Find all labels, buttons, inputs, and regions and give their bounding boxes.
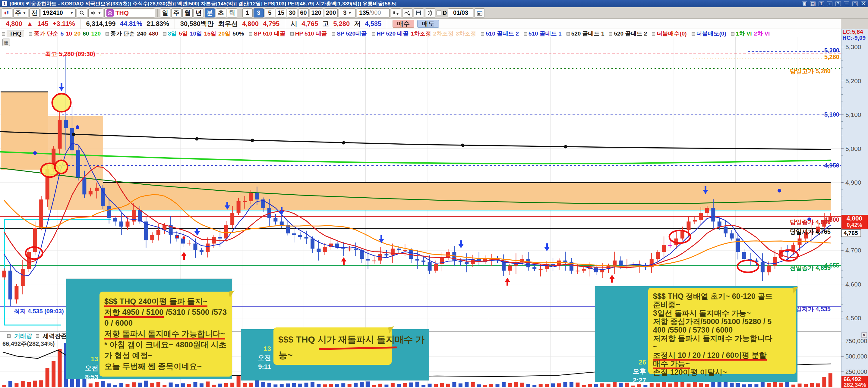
legend-checkbox[interactable] — [2, 32, 5, 36]
legend-item[interactable]: THQ — [2, 30, 25, 37]
candle — [181, 238, 185, 244]
legend-item[interactable]: SP 510 데골 — [249, 30, 286, 38]
legend-item[interactable]: 520 골데드 1 — [566, 30, 605, 38]
legend-label: 1차 VI — [736, 30, 752, 38]
legend-checkbox[interactable] — [372, 32, 375, 36]
interval-button[interactable]: 120 — [310, 8, 323, 18]
hc-label: HC:-9,09 — [842, 35, 866, 41]
interval-combo[interactable]: 3▼ — [339, 8, 356, 18]
legend-checkbox[interactable] — [481, 32, 484, 36]
legend-checkbox[interactable] — [290, 32, 293, 36]
period-button[interactable]: 일 — [160, 8, 170, 18]
volume-checkbox[interactable] — [7, 334, 10, 338]
date-input[interactable]: 01/03 — [448, 8, 473, 18]
volume-bar — [199, 384, 204, 387]
buy-button[interactable]: 매수 — [393, 20, 414, 28]
calendar-icon[interactable] — [474, 8, 485, 18]
sound-icon[interactable]: ▼ — [88, 8, 103, 18]
window-control-icon[interactable]: T — [818, 1, 824, 6]
window-control-icon[interactable]: ✕ — [861, 1, 866, 6]
legend-checkbox[interactable] — [163, 32, 166, 36]
legend-item[interactable]: HP 510 데골 — [290, 30, 328, 38]
window-control-icon[interactable]: □ — [852, 1, 858, 6]
chart-type-icon[interactable] — [2, 8, 12, 18]
period-button[interactable]: 주 — [171, 8, 182, 18]
interval-button[interactable]: 1 — [242, 8, 253, 18]
volume-ratio: 44.81% — [120, 20, 142, 28]
stock-name-field[interactable]: 증 THQ — [104, 8, 155, 18]
gear-icon[interactable] — [425, 8, 435, 18]
save-icon[interactable] — [414, 8, 424, 18]
bar-count-field[interactable]: 135/900 — [357, 8, 390, 18]
window-control-icon[interactable]: ▤ — [810, 1, 815, 6]
sticky-note[interactable]: 13오전 8:53$$$ THQ 240이평 돌파 돌지~저항 4950 / 5… — [66, 279, 232, 379]
period-button[interactable]: 월 — [182, 8, 193, 18]
legend-checkbox[interactable] — [609, 32, 612, 36]
legend-item[interactable]: 종가 단순240480 — [105, 30, 159, 38]
volume-bar — [569, 382, 574, 387]
volume-bar — [230, 383, 234, 387]
legend-item[interactable]: SP 520데골 — [332, 30, 368, 38]
legend-item[interactable]: 510 골데드 1 — [524, 30, 562, 38]
legend-checkbox[interactable] — [249, 32, 252, 36]
legend-checkbox[interactable] — [566, 32, 570, 36]
interval-button[interactable]: 60 — [298, 8, 308, 18]
interval-button[interactable]: 3 — [253, 8, 264, 18]
interval-button[interactable]: 5 — [265, 8, 275, 18]
candle — [613, 261, 617, 266]
period-button[interactable]: 틱 — [227, 8, 237, 18]
candle — [199, 250, 204, 252]
legend-item[interactable]: HP 520 데골1차조정2차조정3차조정 — [372, 30, 477, 38]
search-icon[interactable] — [77, 8, 87, 18]
stock-type-dropdown[interactable]: 주▼ — [13, 8, 28, 18]
interval-button[interactable]: 200 — [324, 8, 338, 18]
legend-checkbox[interactable] — [332, 32, 335, 36]
volume-bar — [2, 385, 6, 387]
window-control-icon[interactable]: ↑ — [827, 1, 832, 6]
legend-item[interactable]: 더블매수(0) — [652, 30, 687, 38]
jeon-button[interactable]: 전 — [29, 8, 39, 18]
legend-item[interactable]: 종가 단순5102060120 — [29, 30, 101, 38]
legend-checkbox[interactable] — [652, 32, 655, 36]
grid-tool-icon[interactable]: ▦ — [2, 38, 10, 46]
power-checkbox[interactable] — [36, 334, 39, 338]
window-control-icon[interactable]: ▣ — [802, 1, 807, 6]
sell-button[interactable]: 매도 — [417, 20, 439, 28]
legend-item[interactable]: 510 골데드 2 — [481, 30, 520, 38]
stock-code-input[interactable]: 192410▼ — [41, 8, 76, 18]
window-control-icon[interactable]: ? — [835, 1, 841, 6]
legend-checkbox[interactable] — [731, 32, 735, 36]
interval-button[interactable]: 30 — [287, 8, 297, 18]
legend-item[interactable]: 더블매도(0) — [692, 30, 727, 38]
interval-button[interactable]: 15 — [276, 8, 286, 18]
period-button[interactable]: 분 — [205, 8, 215, 18]
d-checkbox[interactable] — [437, 10, 441, 15]
axis-float-label: 4,655 — [824, 262, 839, 269]
window-control-icon[interactable]: ─ — [844, 1, 849, 6]
legend-checkbox[interactable] — [524, 32, 527, 36]
volume-bar — [600, 384, 604, 387]
volume-bar — [372, 385, 376, 387]
candle — [705, 208, 709, 213]
legend-checkbox[interactable] — [692, 32, 695, 36]
volume-bar — [730, 383, 734, 387]
volume-bar — [459, 384, 463, 387]
period-button[interactable]: 초 — [216, 8, 226, 18]
candle — [280, 221, 284, 225]
window-controls[interactable]: ▣▤T↑?─□✕ — [802, 1, 866, 6]
add-trendline-icon[interactable] — [402, 8, 412, 18]
sticky-note[interactable]: 26오후 2:27$$$ THQ 정배열 초기~ 60-120 골드준비중~3일… — [595, 286, 798, 382]
legend-checkbox[interactable] — [105, 32, 109, 36]
legend-item[interactable]: 1차 VI2차 VI — [731, 30, 771, 38]
legend-item[interactable]: 3일5일10일15일20일50% — [163, 30, 245, 38]
candle — [193, 244, 197, 251]
volume-bar — [422, 385, 425, 387]
period-button[interactable]: 년 — [193, 8, 204, 18]
sticky-note[interactable]: 13오전 9:11$$$ THQ 시가 재돌파시 돌지매수 가능~ — [241, 329, 429, 381]
title-bar[interactable]: 1 [0600] 키움종합차트 - KOSDAQ 외국인보유[332(천)] 주… — [0, 0, 868, 7]
volume-bar — [286, 384, 290, 387]
legend-checkbox[interactable] — [29, 32, 32, 36]
add-candle-icon[interactable] — [391, 8, 401, 18]
note-line: 3일선 돌파시 돌지매수 가능~ — [653, 309, 791, 317]
legend-item[interactable]: 520 골데드 2 — [609, 30, 648, 38]
